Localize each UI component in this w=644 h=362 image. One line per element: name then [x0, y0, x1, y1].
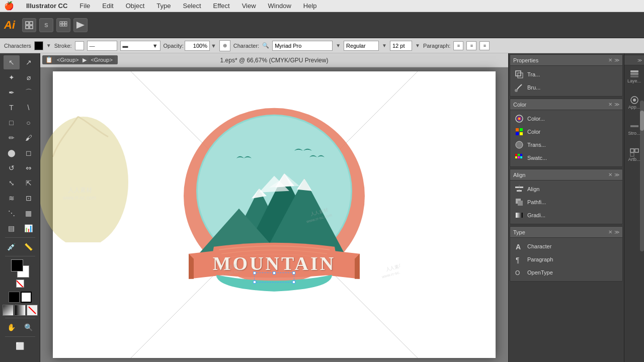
transparency-item[interactable]: Trans... — [512, 138, 620, 151]
font-size-input[interactable] — [390, 41, 412, 51]
effect-menu[interactable]: Effect — [211, 2, 232, 10]
none-color[interactable] — [16, 280, 24, 288]
view-menu[interactable]: View — [240, 2, 258, 10]
panel-expand[interactable]: ≫ — [614, 57, 619, 63]
measure-tool[interactable]: 📏 — [21, 240, 37, 254]
line-tool[interactable]: \ — [21, 101, 37, 115]
select-menu[interactable]: Select — [181, 2, 203, 10]
edit-artboard-btn[interactable]: ⬜ — [8, 339, 32, 353]
breadcrumb-group1[interactable]: <Group> — [55, 56, 80, 63]
align-right-btn[interactable]: ≡ — [479, 41, 490, 50]
fill-color-swatch[interactable] — [34, 41, 43, 50]
stroke-color-swatch[interactable] — [75, 41, 84, 50]
gradient-tool[interactable]: ▤ — [4, 221, 20, 235]
font-style-input[interactable] — [344, 41, 379, 51]
color-panel-header[interactable]: Color ✕ ≫ — [510, 99, 622, 110]
chart-tool[interactable]: 📊 — [21, 221, 37, 235]
toolbar-icon-4[interactable] — [73, 18, 88, 32]
solid-fill-btn[interactable] — [3, 305, 14, 316]
fill-indicator[interactable] — [9, 292, 20, 303]
paragraph-item[interactable]: ¶ Paragraph — [512, 253, 620, 266]
direct-select-tool[interactable]: ↗ — [21, 55, 37, 69]
brush-item[interactable]: Bru... — [512, 81, 620, 94]
perspective-tool[interactable]: ⋱ — [4, 206, 20, 220]
align-panel-expand[interactable]: ≫ — [614, 172, 619, 177]
shear-tool[interactable]: ⇱ — [21, 176, 37, 190]
opacity-input[interactable] — [185, 41, 210, 51]
align-left-btn[interactable]: ≡ — [453, 41, 463, 50]
stroke-weight-input[interactable]: — — [87, 41, 117, 51]
canvas-area[interactable]: 1.eps* @ 66,67% (CMYK/GPU Preview) 📋 <Gr… — [40, 53, 508, 362]
align-panel-header[interactable]: Align ✕ ≫ — [510, 169, 622, 180]
appearance-btn[interactable]: ⊕ — [219, 40, 230, 51]
reflect-tool[interactable]: ⇔ — [21, 161, 37, 175]
help-menu[interactable]: Help — [301, 2, 319, 10]
apple-menu[interactable]: 🍎 — [4, 1, 14, 11]
magic-wand-tool[interactable]: ✦ — [4, 70, 20, 84]
app-name-menu[interactable]: Illustrator CC — [24, 2, 69, 10]
transform-brush-header[interactable]: Properties ✕ ≫ — [510, 55, 622, 66]
window-menu[interactable]: Window — [266, 2, 293, 10]
swatches-item[interactable]: Swatc... — [512, 151, 620, 164]
file-menu[interactable]: File — [77, 2, 92, 10]
opentype-item[interactable]: O OpenType — [512, 266, 620, 279]
character-item[interactable]: A Character — [512, 240, 620, 253]
eraser-tool[interactable]: ◻ — [21, 146, 37, 160]
mesh-tool[interactable]: ▦ — [21, 206, 37, 220]
ellipse-tool[interactable]: ○ — [21, 116, 37, 130]
stroke-indicator[interactable] — [21, 292, 32, 303]
align-panel-close[interactable]: ✕ — [608, 172, 612, 177]
font-dropdown[interactable]: ▼ — [336, 43, 341, 48]
opacity-dropdown[interactable]: ▼ — [211, 43, 216, 49]
pencil-tool[interactable]: ✏ — [4, 131, 20, 145]
gradient-item[interactable]: Gradi... — [512, 209, 620, 222]
align-center-btn[interactable]: ≡ — [466, 41, 476, 50]
stroke-dropdown[interactable]: ▬ ▼ — [120, 41, 160, 51]
warp-tool[interactable]: ≋ — [4, 191, 20, 205]
zoom-tool[interactable]: 🔍 — [21, 320, 37, 334]
rotate-tool[interactable]: ↺ — [4, 161, 20, 175]
panel-close[interactable]: ✕ — [608, 57, 612, 63]
rect-tool[interactable]: □ — [4, 116, 20, 130]
lasso-tool[interactable]: ⌀ — [21, 70, 37, 84]
toolbar-icon-2[interactable]: S — [39, 18, 53, 32]
color-panel-expand[interactable]: ≫ — [614, 102, 619, 107]
font-size-dropdown[interactable]: ▼ — [415, 43, 420, 48]
stroke-arrow[interactable]: ▼ — [46, 43, 51, 48]
curvature-tool[interactable]: ⌒ — [21, 85, 37, 100]
toolbar-icon-1[interactable] — [22, 18, 36, 32]
type-panel-expand[interactable]: ≫ — [614, 229, 619, 235]
canvas-background[interactable]: MOUNTAIN 人人素材 www.rr-sc.com 人人素材 www.rr-… — [40, 67, 508, 362]
type-panel-header[interactable]: Type ✕ ≫ — [510, 227, 622, 238]
free-transform-tool[interactable]: ⊡ — [21, 191, 37, 205]
blob-brush-tool[interactable]: ⬤ — [4, 146, 20, 160]
align-item[interactable]: Align — [512, 183, 620, 196]
pathfinder-item[interactable]: Pathfi... — [512, 196, 620, 209]
type-menu[interactable]: Type — [154, 2, 173, 10]
gradient-fill-btn[interactable] — [15, 305, 26, 316]
hand-tool[interactable]: ✋ — [4, 320, 20, 334]
color-picker-item[interactable]: Color... — [512, 112, 620, 125]
font-name-input[interactable] — [272, 41, 333, 51]
edit-menu[interactable]: Edit — [100, 2, 115, 10]
layers-btn[interactable]: Laye... — [626, 66, 642, 92]
font-style-dropdown[interactable]: ▼ — [382, 43, 387, 48]
breadcrumb-home[interactable]: 📋 — [45, 56, 53, 63]
scale-tool[interactable]: ⤡ — [4, 176, 20, 190]
far-right-expand[interactable]: ≫ — [637, 58, 642, 63]
pen-tool[interactable]: ✒ — [4, 85, 20, 100]
vertical-scrollbar[interactable] — [640, 101, 644, 251]
type-tool[interactable]: T — [4, 101, 20, 115]
foreground-color[interactable] — [11, 259, 23, 272]
transform-item[interactable]: Tra... — [512, 68, 620, 81]
selection-tool[interactable]: ↖ — [4, 55, 20, 69]
object-menu[interactable]: Object — [124, 2, 147, 10]
type-panel-close[interactable]: ✕ — [608, 229, 612, 235]
brush-tool[interactable]: 🖌 — [21, 131, 37, 145]
eyedropper-tool[interactable]: 💉 — [4, 240, 20, 254]
breadcrumb-group2[interactable]: <Group> — [89, 56, 114, 63]
artboard[interactable]: MOUNTAIN 人人素材 www.rr-sc.com 人人素材 www.rr-… — [53, 71, 496, 358]
none-fill-btn[interactable] — [27, 305, 38, 316]
toolbar-icon-3[interactable] — [56, 18, 70, 32]
color-panel-close[interactable]: ✕ — [608, 102, 612, 107]
